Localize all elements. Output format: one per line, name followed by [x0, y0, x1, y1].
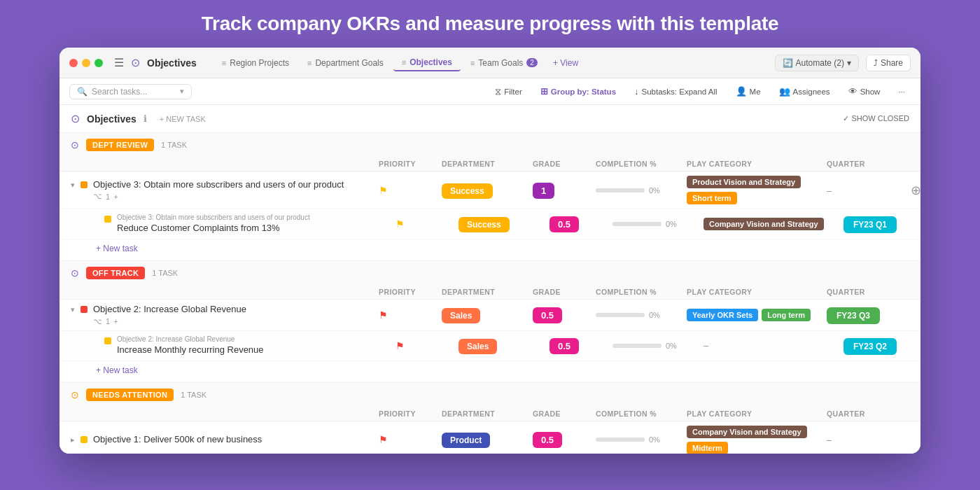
show-closed-button[interactable]: ✓ SHOW CLOSED: [843, 114, 909, 123]
tab-region-projects[interactable]: ≡ Region Projects: [214, 55, 298, 71]
task-name[interactable]: Objective 2: Increase Global Revenue: [93, 304, 246, 316]
play-tag[interactable]: Company Vision and Strategy: [704, 218, 824, 230]
filter-button[interactable]: ⧖ Filter: [489, 84, 528, 99]
task-name[interactable]: Objective 3: Obtain more subscribers and…: [93, 179, 344, 191]
grade-badge[interactable]: 0.5: [533, 307, 562, 323]
priority-cell: ⚑: [396, 340, 458, 352]
priority-flag[interactable]: ⚑: [396, 218, 405, 230]
add-subtask-icon[interactable]: +: [113, 192, 118, 201]
tab-team-goals[interactable]: ≡ Team Goals 2: [462, 55, 546, 71]
quarter-cell: –: [827, 433, 911, 446]
dept-badge[interactable]: Product: [442, 433, 490, 448]
grade-badge[interactable]: 0.5: [550, 338, 579, 354]
filter-icon: ⧖: [495, 86, 501, 97]
play-tag[interactable]: Midterm: [687, 442, 728, 454]
col-department: DEPARTMENT: [442, 160, 533, 168]
automate-button[interactable]: 🔄 Automate (2) ▾: [775, 55, 859, 71]
task-meta: ⌥ 1 +: [93, 192, 344, 201]
task-name-cell: ▾ Objective 3: Obtain more subscribers a…: [71, 179, 379, 202]
add-subtask-icon[interactable]: +: [113, 317, 118, 326]
task-name-cell: Objective 2: Increase Global Revenue Inc…: [88, 335, 396, 356]
new-task-button[interactable]: + NEW TASK: [154, 113, 211, 125]
tabs-bar: ≡ Region Projects ≡ Department Goals ≡ O…: [214, 55, 768, 71]
col-grade: GRADE: [533, 160, 596, 168]
assignees-icon: 👥: [779, 86, 790, 97]
new-task-row-off[interactable]: + New task: [59, 361, 920, 382]
main-content: ⊙ Objectives ℹ + NEW TASK ✓ SHOW CLOSED …: [59, 105, 920, 454]
task-name-block: Objective 3: Obtain more subscribers and…: [93, 179, 344, 202]
quarter-badge[interactable]: FY23 Q3: [827, 307, 880, 324]
grade-badge[interactable]: 0.5: [533, 432, 562, 448]
assignees-button[interactable]: 👥 Assignees: [774, 84, 836, 99]
pct-text: 0%: [649, 435, 660, 444]
hamburger-icon[interactable]: ☰: [114, 56, 124, 69]
tab-icon: ≡: [307, 59, 312, 67]
share-button[interactable]: ⤴ Share: [866, 55, 911, 71]
grade-badge[interactable]: 1: [533, 183, 554, 199]
task-name[interactable]: Reduce Customer Complaints from 13%: [117, 223, 310, 234]
objectives-icon: ⊙: [71, 112, 80, 125]
play-tag[interactable]: Long term: [762, 309, 811, 321]
search-box[interactable]: 🔍 Search tasks... ▾: [69, 84, 192, 99]
collapse-icon[interactable]: ⊙: [71, 389, 79, 400]
play-tag[interactable]: Short term: [687, 192, 737, 204]
task-name-block: Objective 2: Increase Global Revenue Inc…: [117, 335, 264, 356]
minimize-button[interactable]: [82, 59, 90, 67]
priority-flag[interactable]: ⚑: [379, 434, 388, 445]
priority-flag[interactable]: ⚑: [379, 309, 388, 321]
chevron-down-icon: ▾: [847, 58, 851, 68]
play-tag[interactable]: Company Vision and Strategy: [687, 426, 807, 438]
collapse-icon[interactable]: ⊙: [71, 139, 79, 150]
titlebar: ☰ ⊙ Objectives ≡ Region Projects ≡ Depar…: [59, 48, 920, 78]
tab-icon: ≡: [402, 58, 406, 66]
grade-badge[interactable]: 0.5: [550, 216, 579, 232]
maximize-button[interactable]: [94, 59, 103, 67]
app-icon: ⊙: [131, 56, 140, 69]
dept-cell: Product: [442, 433, 533, 446]
section-header-dept-review: ⊙ DEPT REVIEW 1 TASK: [59, 133, 920, 157]
table-row: ▾ Objective 3: Obtain more subscribers a…: [59, 172, 920, 209]
section-header-needs: ⊙ NEEDS ATTENTION 1 TASK: [59, 383, 920, 407]
parent-task-name: Objective 3: Obtain more subscribers and…: [117, 214, 310, 222]
quarter-cell: FY23 Q1: [844, 218, 920, 230]
progress-bar: [596, 438, 645, 442]
priority-flag[interactable]: ⚑: [396, 340, 405, 351]
collapse-icon[interactable]: ⊙: [71, 267, 79, 279]
play-tag[interactable]: Yearly OKR Sets: [687, 309, 758, 321]
quarter-badge[interactable]: FY23 Q1: [844, 216, 897, 233]
subtasks-button[interactable]: ↓ Subtasks: Expand All: [629, 84, 723, 99]
group-by-button[interactable]: ⊞ Group by: Status: [535, 84, 622, 99]
dept-cell: Success: [442, 184, 533, 197]
add-view-button[interactable]: + View: [547, 55, 584, 71]
app-title: Objectives: [147, 57, 197, 69]
automate-icon: 🔄: [783, 58, 793, 68]
add-icon[interactable]: ⊕: [911, 183, 920, 197]
dept-badge[interactable]: Sales: [442, 308, 480, 323]
dept-badge[interactable]: Success: [442, 183, 493, 199]
close-button[interactable]: [69, 59, 78, 67]
play-category-cell: Yearly OKR Sets Long term: [687, 309, 827, 321]
play-tag[interactable]: Product Vision and Strategy: [687, 176, 801, 188]
show-button[interactable]: 👁 Show: [843, 84, 886, 99]
dept-badge[interactable]: Success: [458, 217, 510, 232]
task-name-cell: Objective 3: Obtain more subscribers and…: [88, 214, 396, 234]
priority-flag[interactable]: ⚑: [379, 185, 388, 196]
tab-department-goals[interactable]: ≡ Department Goals: [299, 55, 392, 71]
me-button[interactable]: 👤 Me: [730, 84, 766, 99]
info-icon[interactable]: ℹ: [144, 113, 147, 124]
search-icon: 🔍: [77, 87, 88, 97]
dept-badge[interactable]: Sales: [458, 339, 497, 354]
dept-cell: Sales: [442, 309, 533, 321]
quarter-badge[interactable]: FY23 Q2: [844, 338, 897, 355]
task-name[interactable]: Increase Monthly recurring Revenue: [117, 344, 264, 356]
expand-icon[interactable]: ▸: [71, 435, 75, 444]
priority-cell: ⚑: [379, 184, 442, 197]
expand-icon[interactable]: ▾: [71, 305, 75, 314]
task-name[interactable]: Objective 1: Deliver 500k of new busines…: [93, 434, 262, 446]
expand-icon[interactable]: ▾: [71, 181, 75, 190]
tab-objectives[interactable]: ≡ Objectives: [393, 55, 461, 71]
section-badge-dept-review: DEPT REVIEW: [86, 139, 154, 151]
new-task-row-dept[interactable]: + New task: [59, 239, 920, 260]
more-button[interactable]: ···: [892, 85, 911, 98]
subtask-icon: ↓: [634, 86, 639, 97]
